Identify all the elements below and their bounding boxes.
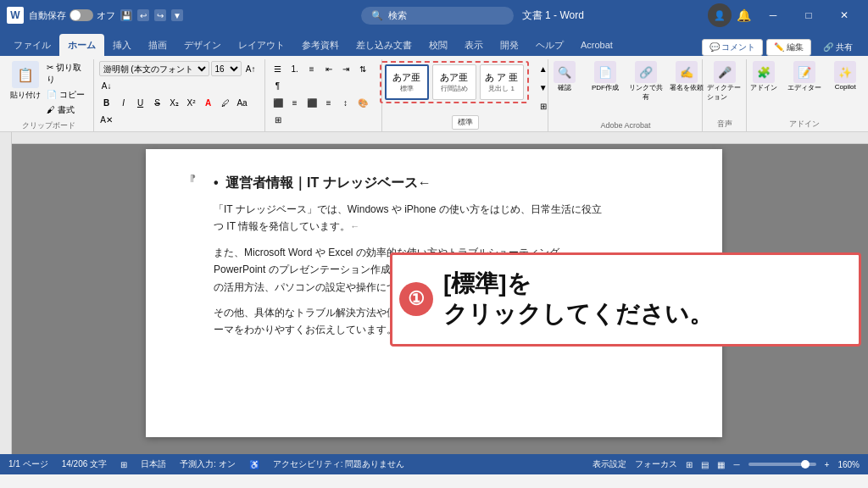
style-compact-preview[interactable]: あア亜 行間詰め bbox=[432, 64, 476, 100]
view-icon-1[interactable]: ⊞ bbox=[686, 460, 693, 469]
sort-button[interactable]: ⇅ bbox=[355, 61, 370, 76]
maximize-button[interactable]: □ bbox=[792, 0, 826, 30]
acrobat-content: 🔍 確認 📄 PDF作成 🔗 リンクで共有 ✍ 署名を依頼 bbox=[547, 59, 704, 119]
cut-button[interactable]: ✂ 切り取り bbox=[44, 61, 87, 86]
decrease-font-button[interactable]: A↓ bbox=[99, 78, 114, 93]
tab-acrobat[interactable]: Acrobat bbox=[572, 34, 621, 56]
align-right-button[interactable]: ⬛ bbox=[304, 95, 320, 110]
customize-button[interactable]: ▼ bbox=[171, 9, 183, 21]
dictate-button[interactable]: 🎤 ディクテーション bbox=[707, 61, 743, 102]
increase-font-button[interactable]: A↑ bbox=[243, 61, 259, 76]
border-button[interactable]: ⊞ bbox=[270, 112, 286, 127]
voice-group: 🎤 ディクテーション 音声 bbox=[703, 59, 746, 131]
create-pdf-button[interactable]: 📄 PDF作成 bbox=[587, 61, 623, 92]
search-pdf-button[interactable]: 🔍 確認 bbox=[547, 61, 582, 92]
tab-review[interactable]: 校閲 bbox=[420, 34, 456, 56]
zoom-minus-button[interactable]: ─ bbox=[733, 460, 739, 469]
close-button[interactable]: ✕ bbox=[827, 0, 861, 30]
font-format-row: B I U S X₂ X² A 🖊 Aa A✕ bbox=[99, 95, 259, 127]
zoom-slider[interactable] bbox=[748, 463, 816, 466]
editor-button[interactable]: 📝 エディター bbox=[787, 61, 822, 92]
addin-label: アドイン bbox=[750, 83, 777, 92]
paste-button[interactable]: 📋 貼り付け bbox=[10, 61, 41, 101]
subscript-button[interactable]: X₂ bbox=[167, 95, 182, 110]
font-content: 游明朝 (本文のフォント - 日本語 ) 16 A↑ A↓ B I U S X₂… bbox=[99, 59, 259, 129]
numbering-button[interactable]: 1. bbox=[287, 61, 303, 76]
comment-button[interactable]: 💬 コメント bbox=[702, 39, 764, 56]
share-button[interactable]: 🔗 共有 bbox=[815, 39, 861, 56]
italic-button[interactable]: I bbox=[116, 95, 131, 110]
style-heading1-preview[interactable]: あ ア 亜 見出し 1 bbox=[480, 64, 524, 100]
style-compact: あア亜 行間詰め bbox=[432, 64, 476, 100]
tab-help[interactable]: ヘルプ bbox=[527, 34, 572, 56]
sign-pdf-button[interactable]: ✍ 署名を依頼 bbox=[669, 61, 704, 92]
bell-icon[interactable]: 🔔 bbox=[733, 8, 754, 22]
style-standard-preview[interactable]: あア亜 標準 bbox=[385, 64, 429, 100]
tab-design[interactable]: デザイン bbox=[175, 34, 230, 56]
strikethrough-button[interactable]: S bbox=[150, 95, 165, 110]
addin-content: 🧩 アドイン 📝 エディター ✨ Copilot bbox=[746, 59, 863, 117]
share-pdf-button[interactable]: 🔗 リンクで共有 bbox=[628, 61, 664, 102]
bold-button[interactable]: B bbox=[99, 95, 114, 110]
edit-button[interactable]: ✏️ 編集 bbox=[766, 39, 811, 56]
zoom-plus-button[interactable]: + bbox=[825, 460, 830, 469]
mic-icon: 🎤 bbox=[714, 61, 736, 83]
acrobat-group: 🔍 確認 📄 PDF作成 🔗 リンクで共有 ✍ 署名を依頼 Adobe Acro… bbox=[548, 59, 703, 131]
align-center-button[interactable]: ≡ bbox=[287, 95, 303, 110]
title-bar-left: W 自動保存 オフ 💾 ↩ ↪ ▼ bbox=[7, 7, 237, 24]
minimize-button[interactable]: ─ bbox=[756, 0, 790, 30]
highlight-button[interactable]: 🖊 bbox=[218, 95, 233, 110]
tab-layout[interactable]: レイアウト bbox=[230, 34, 293, 56]
tab-file[interactable]: ファイル bbox=[5, 34, 59, 56]
addin-group-label: アドイン bbox=[789, 119, 820, 131]
document-title: 文書 1 - Word bbox=[522, 8, 584, 23]
tab-insert[interactable]: 挿入 bbox=[104, 34, 140, 56]
search-label: 確認 bbox=[558, 83, 571, 92]
line-spacing-button[interactable]: ↕ bbox=[338, 95, 353, 110]
decrease-indent-button[interactable]: ⇤ bbox=[321, 61, 337, 76]
paragraph-group: ☰ 1. ≡ ⇤ ⇥ ⇅ ¶ ⬛ ≡ ⬛ ≡ ↕ 🎨 ⊞ 段落 bbox=[265, 59, 382, 131]
save-button[interactable]: 💾 bbox=[120, 9, 132, 21]
tab-references[interactable]: 参考資料 bbox=[293, 34, 348, 56]
search-placeholder: 検索 bbox=[388, 9, 407, 22]
view-icon-3[interactable]: ▦ bbox=[717, 460, 725, 469]
paragraph-content: ☰ 1. ≡ ⇤ ⇥ ⇅ ¶ ⬛ ≡ ⬛ ≡ ↕ 🎨 ⊞ bbox=[270, 59, 376, 129]
clipboard-label: クリップボード bbox=[22, 120, 75, 132]
addin-group: 🧩 アドイン 📝 エディター ✨ Copilot アドイン bbox=[747, 59, 863, 131]
format-painter-button[interactable]: 🖌 書式 bbox=[44, 103, 87, 117]
increase-indent-button[interactable]: ⇥ bbox=[338, 61, 353, 76]
bullets-button[interactable]: ☰ bbox=[270, 61, 286, 76]
pilcrow-button[interactable]: ¶ bbox=[270, 78, 286, 93]
addin-button[interactable]: 🧩 アドイン bbox=[746, 61, 782, 92]
tab-draw[interactable]: 描画 bbox=[140, 34, 175, 56]
font-size-select[interactable]: 16 bbox=[211, 61, 242, 76]
tab-home[interactable]: ホーム bbox=[59, 34, 104, 56]
font-size-aa-button[interactable]: Aa bbox=[235, 95, 250, 110]
justify-button[interactable]: ≡ bbox=[321, 95, 337, 110]
redo-button[interactable]: ↪ bbox=[154, 9, 166, 21]
tab-developer[interactable]: 開発 bbox=[492, 34, 527, 56]
underline-button[interactable]: U bbox=[133, 95, 148, 110]
multilevel-button[interactable]: ≡ bbox=[304, 61, 320, 76]
align-left-button[interactable]: ⬛ bbox=[270, 95, 286, 110]
undo-button[interactable]: ↩ bbox=[137, 9, 149, 21]
clear-format-button[interactable]: A✕ bbox=[99, 112, 114, 127]
tooltip-number: ① bbox=[399, 282, 433, 316]
focus-label[interactable]: フォーカス bbox=[635, 458, 677, 470]
font-name-select[interactable]: 游明朝 (本文のフォント - 日本語 ) bbox=[99, 61, 209, 76]
horizontal-ruler bbox=[12, 132, 868, 144]
tab-mailings[interactable]: 差し込み文書 bbox=[348, 34, 420, 56]
tab-view[interactable]: 表示 bbox=[456, 34, 492, 56]
shading-button[interactable]: 🎨 bbox=[355, 95, 370, 110]
copy-button[interactable]: 📄 コピー bbox=[44, 88, 87, 102]
autosave-toggle[interactable] bbox=[70, 9, 93, 21]
search-box[interactable]: 🔍 検索 bbox=[361, 7, 514, 25]
view-settings-label[interactable]: 表示設定 bbox=[593, 458, 626, 470]
view-icon-2[interactable]: ▤ bbox=[701, 460, 709, 469]
clipboard-small-buttons: ✂ 切り取り 📄 コピー 🖌 書式 bbox=[44, 61, 87, 117]
share-icon: 🔗 bbox=[635, 61, 657, 83]
superscript-button[interactable]: X² bbox=[184, 95, 199, 110]
user-avatar[interactable]: 👤 bbox=[708, 3, 732, 27]
copilot-button[interactable]: ✨ Copilot bbox=[827, 61, 863, 91]
font-color-button[interactable]: A bbox=[201, 95, 216, 110]
